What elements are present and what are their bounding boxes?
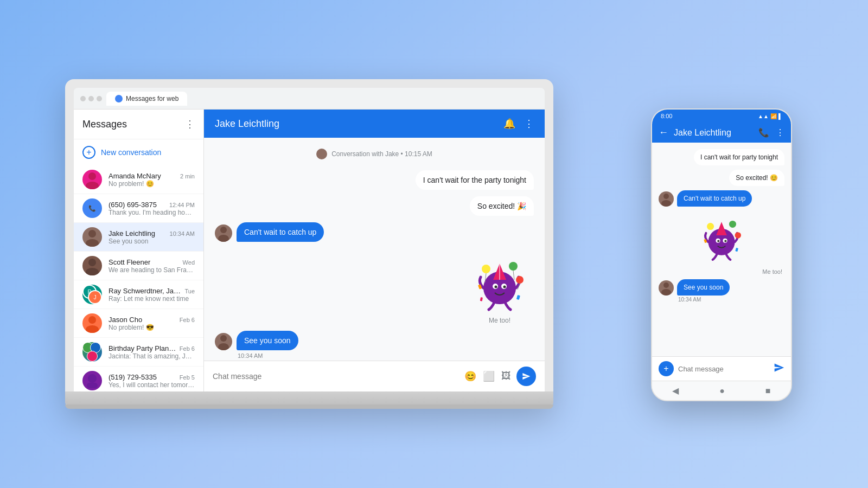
p-see-you-soon-group: See you soon 10:34 AM (659, 279, 784, 303)
svg-marker-35 (716, 222, 727, 235)
more-icon[interactable]: ⋮ (524, 118, 534, 130)
phone-input-bar: + (652, 356, 791, 381)
msg-time-5: 10:34 AM (215, 352, 534, 359)
conv-time-scott: Wed (183, 259, 195, 266)
phone-send-button[interactable] (774, 362, 784, 376)
svg-point-3 (86, 239, 99, 247)
svg-point-40 (707, 223, 714, 230)
msg-bubble-3: Can't wait to catch up (237, 222, 324, 242)
phone-more-icon[interactable]: ⋮ (776, 127, 784, 138)
conv-time-650: 12:44 PM (169, 202, 195, 208)
svg-point-23 (509, 262, 518, 271)
phone-chat-input[interactable] (678, 365, 769, 373)
svg-point-4 (88, 259, 96, 266)
p-msg-bubble-3: Can't wait to catch up (677, 190, 752, 207)
p-msg-row-3: Can't wait to catch up (659, 190, 784, 207)
conv-info-jake: Jake Leichtling 10:34 AM See you soon (108, 229, 195, 245)
laptop-device: Messages for web Messages ⋮ + New conver… (65, 79, 553, 409)
gif-icon[interactable]: ⬜ (483, 370, 495, 382)
svg-point-38 (717, 240, 719, 242)
conv-preview-scott: We are heading to San Francisco (108, 266, 195, 274)
chat-meta-avatar (316, 149, 327, 159)
svg-point-13 (218, 235, 229, 242)
conv-info-scott: Scott Fleener Wed We are heading to San … (108, 258, 195, 274)
conv-item-jake[interactable]: Jake Leichtling 10:34 AM See you soon (74, 223, 203, 252)
sidebar-title: Messages (82, 119, 127, 130)
svg-point-12 (220, 227, 227, 233)
conv-time-ray: Tue (184, 288, 195, 294)
conv-avatar-jason-cho (82, 313, 102, 333)
browser-tab-label: Messages for web (126, 95, 178, 102)
see-you-soon-group: See you soon 10:34 AM (215, 331, 534, 359)
msg-bubble-1: I can't wait for the party tonight (416, 170, 534, 190)
svg-point-41 (729, 221, 736, 228)
chat-header-name: Jake Leichtling (215, 118, 279, 130)
phone-header-icons: 📞 ⋮ (758, 127, 784, 138)
phone-call-icon[interactable]: 📞 (758, 127, 769, 138)
phone-nav-recent[interactable]: ■ (765, 386, 771, 396)
conv-item-519[interactable]: (519) 729-5335 Feb 5 Yes, I will contact… (74, 367, 203, 391)
conv-preview-amanda: No problem! 😊 (108, 180, 195, 188)
chat-input-icons: 😊 ⬜ 🖼 (464, 370, 511, 382)
msg-bubble-5: See you soon (237, 331, 298, 350)
phone-add-button[interactable]: + (659, 361, 674, 376)
image-icon[interactable]: 🖼 (501, 370, 511, 382)
conv-preview-bday: Jacinta: That is amazing, Jeremy (108, 352, 195, 360)
battery-icon: ▌ (778, 113, 782, 119)
phone-messages: I can't wait for party tonight So excite… (652, 143, 791, 356)
chat-meta-text: Conversation with Jake • 10:15 AM (331, 150, 432, 158)
svg-point-8 (88, 374, 97, 383)
browser-bar: Messages for web (74, 88, 545, 110)
svg-rect-9 (87, 383, 98, 388)
browser-dot-red (80, 96, 86, 101)
phone-nav-bar: ◀ ● ■ (652, 381, 791, 400)
svg-point-30 (220, 335, 227, 342)
svg-point-6 (88, 316, 96, 324)
svg-point-25 (516, 276, 524, 284)
chat-header: Jake Leichtling 🔔 ⋮ (204, 110, 545, 138)
msg-row-1: I can't wait for the party tonight (215, 170, 534, 190)
chat-area: Jake Leichtling 🔔 ⋮ Conversation with Ja… (204, 110, 545, 391)
browser-dot-yellow (88, 96, 94, 101)
sidebar-header: Messages ⋮ (74, 110, 203, 139)
conv-item-amanda[interactable]: Amanda McNary 2 min No problem! 😊 (74, 165, 203, 194)
new-conversation-button[interactable]: + New conversation (74, 139, 203, 165)
conv-info-519: (519) 729-5335 Feb 5 Yes, I will contact… (108, 373, 195, 389)
conv-preview-jake: See you soon (108, 237, 195, 245)
browser-dots (80, 96, 102, 101)
p-sticker-label: Me too! (659, 268, 784, 275)
emoji-icon[interactable]: 😊 (464, 370, 476, 382)
sticker-label: Me too! (489, 317, 510, 324)
new-conv-label: New conversation (101, 148, 161, 157)
conv-info-bday: Birthday Party Planning Feb 6 Jacinta: T… (108, 344, 195, 360)
p-msg-row-1: I can't wait for party tonight (659, 149, 784, 165)
conv-item-scott[interactable]: Scott Fleener Wed We are heading to San … (74, 252, 203, 280)
chat-input-field[interactable] (213, 372, 459, 381)
browser-dot-green (97, 96, 102, 101)
p-msg-bubble-5: See you soon (677, 279, 730, 296)
conversation-list: Amanda McNary 2 min No problem! 😊 📞 (74, 165, 203, 391)
chat-header-icons: 🔔 ⋮ (503, 118, 534, 130)
conv-item-650[interactable]: 📞 (650) 695-3875 12:44 PM Thank you. I'm… (74, 194, 203, 223)
chat-input-bar: 😊 ⬜ 🖼 (204, 361, 545, 391)
signal-icon: 📶 (770, 113, 777, 119)
browser-tab[interactable]: Messages for web (106, 92, 187, 106)
p-msg-avatar-3 (659, 191, 674, 207)
notification-icon[interactable]: 🔔 (503, 118, 515, 130)
svg-point-32 (663, 194, 669, 199)
conv-item-jason-cho[interactable]: Jason Cho Feb 6 No problem! 😎 (74, 309, 203, 338)
conv-preview-ray: Ray: Let me know next time (108, 295, 195, 303)
phone-nav-back[interactable]: ◀ (672, 386, 679, 396)
conv-name-scott: Scott Fleener (108, 258, 150, 266)
phone-back-button[interactable]: ← (659, 127, 668, 138)
conv-avatar-bday (82, 342, 102, 362)
p-msg-row-2: So excited! 😊 (659, 170, 784, 186)
conv-item-ray[interactable]: R J Ray Schwerdtner, Jason Tzou Tue Ray:… (74, 280, 203, 309)
send-button[interactable] (516, 367, 536, 386)
phone-nav-home[interactable]: ● (719, 386, 725, 396)
conv-item-bday[interactable]: Birthday Party Planning Feb 6 Jacinta: T… (74, 338, 203, 367)
svg-point-20 (503, 286, 506, 288)
sidebar-menu-icon[interactable]: ⋮ (185, 118, 195, 130)
svg-point-1 (86, 182, 99, 189)
svg-point-39 (724, 240, 726, 242)
